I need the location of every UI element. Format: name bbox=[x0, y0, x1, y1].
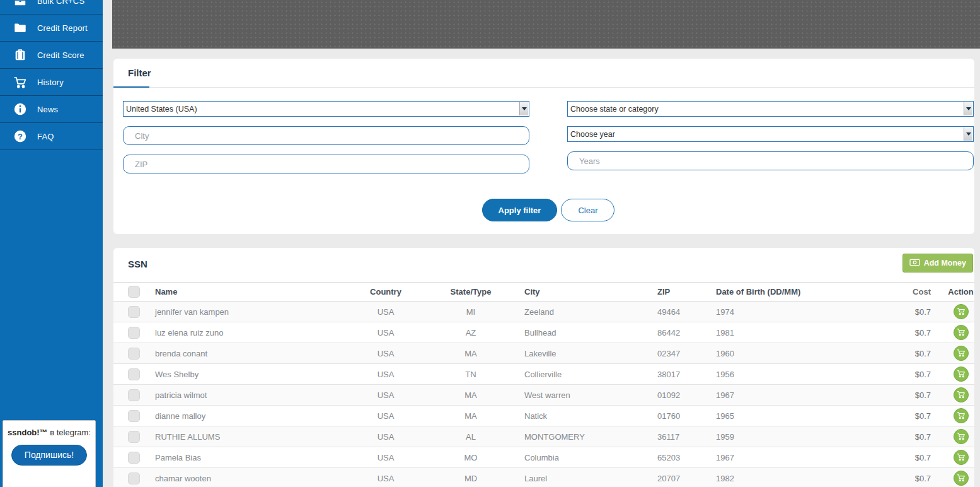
sidebar: Bulk CR+CS Credit Report Credit Score Hi… bbox=[0, 0, 103, 487]
top-banner bbox=[112, 0, 980, 49]
city-input[interactable] bbox=[123, 126, 529, 145]
sidebar-item-history[interactable]: History bbox=[0, 69, 103, 96]
cell-city: Bullhead bbox=[505, 328, 638, 337]
cell-cost: $0.7 bbox=[858, 349, 933, 358]
row-checkbox[interactable] bbox=[128, 410, 140, 422]
country-select[interactable]: United States (USA) bbox=[123, 101, 529, 117]
sidebar-nav: Bulk CR+CS Credit Report Credit Score Hi… bbox=[0, 0, 103, 150]
briefcase-icon bbox=[13, 0, 28, 8]
years-input[interactable] bbox=[567, 151, 974, 170]
buy-button[interactable] bbox=[954, 471, 969, 486]
cell-zip: 01092 bbox=[638, 390, 697, 400]
year-select[interactable]: Choose year bbox=[567, 126, 974, 142]
cell-country: USA bbox=[335, 328, 436, 337]
row-checkbox[interactable] bbox=[128, 472, 140, 484]
cart-icon bbox=[957, 369, 966, 380]
header-country: Country bbox=[335, 287, 436, 296]
cell-city: West warren bbox=[505, 390, 638, 400]
question-icon: ? bbox=[13, 129, 28, 144]
header-dob: Date of Birth (DD/MM) bbox=[697, 287, 858, 296]
table-row: brenda conant USA MA Lakeville 02347 196… bbox=[113, 343, 974, 364]
cell-city: Columbia bbox=[505, 453, 638, 462]
row-checkbox[interactable] bbox=[128, 452, 140, 464]
cell-country: USA bbox=[335, 349, 436, 358]
header-city: City bbox=[505, 287, 638, 296]
sidebar-item-news[interactable]: News bbox=[0, 96, 103, 123]
sidebar-item-credit-report[interactable]: Credit Report bbox=[0, 15, 103, 42]
apply-filter-button[interactable]: Apply filter bbox=[482, 199, 558, 221]
cell-name: luz elena ruiz zuno bbox=[155, 328, 335, 337]
buy-button[interactable] bbox=[954, 304, 969, 319]
buy-button[interactable] bbox=[954, 387, 969, 402]
add-money-button[interactable]: Add Money bbox=[902, 254, 973, 273]
cell-name: brenda conant bbox=[155, 349, 335, 358]
cell-name: jennifer van kampen bbox=[155, 307, 335, 317]
filter-form: United States (USA) Choose state or cate… bbox=[113, 88, 974, 221]
row-checkbox[interactable] bbox=[128, 431, 140, 443]
zip-input[interactable] bbox=[123, 155, 529, 173]
cell-state-type: MI bbox=[436, 307, 505, 317]
cell-cost: $0.7 bbox=[858, 453, 933, 462]
cart-icon bbox=[957, 307, 966, 317]
cell-state-type: MO bbox=[436, 453, 505, 462]
table-row: RUTHIE ALLUMS USA AL MONTGOMERY 36117 19… bbox=[113, 426, 974, 447]
row-checkbox[interactable] bbox=[128, 368, 140, 380]
buy-button[interactable] bbox=[954, 325, 969, 340]
table-row: Wes Shelby USA TN Collierville 38017 195… bbox=[113, 364, 974, 385]
filter-panel: Filter United States (USA) bbox=[113, 59, 974, 234]
sidebar-item-bulk-cr-cs[interactable]: Bulk CR+CS bbox=[0, 0, 103, 15]
table-body: jennifer van kampen USA MI Zeeland 49464… bbox=[113, 302, 974, 487]
buy-button[interactable] bbox=[954, 429, 969, 444]
year-field: Choose year bbox=[567, 126, 974, 142]
sidebar-item-credit-score[interactable]: Credit Score bbox=[0, 42, 103, 69]
country-field: United States (USA) bbox=[123, 101, 529, 117]
table-row: luz elena ruiz zuno USA AZ Bullhead 8644… bbox=[113, 322, 974, 343]
buy-button[interactable] bbox=[954, 450, 969, 465]
cell-cost: $0.7 bbox=[858, 370, 933, 379]
row-checkbox[interactable] bbox=[128, 327, 140, 339]
cell-zip: 36117 bbox=[638, 432, 697, 442]
cart-icon bbox=[957, 390, 966, 401]
buy-button[interactable] bbox=[954, 367, 969, 382]
svg-text:?: ? bbox=[18, 132, 23, 141]
buy-button[interactable] bbox=[954, 408, 969, 423]
cell-zip: 38017 bbox=[638, 370, 697, 379]
header-cost: Cost bbox=[858, 287, 933, 296]
cell-dob: 1974 bbox=[697, 307, 858, 317]
select-all-checkbox[interactable] bbox=[128, 286, 140, 298]
zip-field bbox=[123, 155, 529, 173]
cell-country: USA bbox=[335, 474, 436, 483]
telegram-subscribe-button[interactable]: Подпишись! bbox=[11, 445, 87, 466]
sidebar-item-faq[interactable]: ? FAQ bbox=[0, 123, 103, 150]
cell-zip: 49464 bbox=[638, 307, 697, 317]
row-checkbox[interactable] bbox=[128, 348, 140, 360]
state-category-select[interactable]: Choose state or category bbox=[567, 101, 974, 117]
cell-dob: 1959 bbox=[697, 432, 858, 442]
clear-button[interactable]: Clear bbox=[561, 199, 614, 221]
buy-button[interactable] bbox=[954, 346, 969, 361]
ssn-panel: SSN Add Money Name Country State/Type Ci… bbox=[113, 248, 974, 487]
years-field bbox=[567, 151, 974, 170]
cell-cost: $0.7 bbox=[858, 307, 933, 317]
tab-filter[interactable]: Filter bbox=[128, 67, 151, 78]
cart-icon bbox=[957, 452, 966, 463]
info-icon bbox=[13, 102, 28, 117]
cell-state-type: MD bbox=[436, 474, 505, 483]
cell-zip: 65203 bbox=[638, 453, 697, 462]
cart-icon bbox=[957, 411, 966, 421]
cell-state-type: MA bbox=[436, 349, 505, 358]
row-checkbox[interactable] bbox=[128, 306, 140, 318]
cell-dob: 1982 bbox=[697, 474, 858, 483]
table-header-row: Name Country State/Type City ZIP Date of… bbox=[113, 282, 974, 302]
header-zip: ZIP bbox=[638, 287, 697, 296]
banknote-icon bbox=[909, 259, 920, 268]
cell-cost: $0.7 bbox=[858, 432, 933, 442]
cell-city: MONTGOMERY bbox=[505, 432, 638, 442]
table-row: dianne malloy USA MA Natick 01760 1965 $… bbox=[113, 406, 974, 426]
row-checkbox[interactable] bbox=[128, 389, 140, 401]
cell-country: USA bbox=[335, 370, 436, 379]
filter-left-column: United States (USA) bbox=[123, 101, 529, 183]
filter-tabbar: Filter bbox=[113, 59, 974, 88]
table-row: Pamela Bias USA MO Columbia 65203 1967 $… bbox=[113, 447, 974, 468]
header-action: Action bbox=[933, 287, 974, 296]
